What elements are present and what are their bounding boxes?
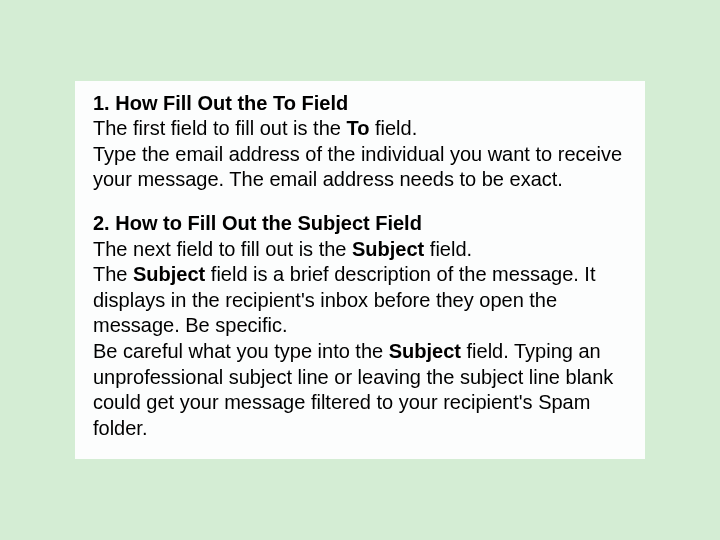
body-text: The first field to fill out is the	[93, 117, 346, 139]
body-text: The next field to fill out is the	[93, 238, 352, 260]
section-1-line-2: Type the email address of the individual…	[93, 142, 627, 193]
body-text: Type the email address of the individual…	[93, 143, 622, 191]
document-card: 1. How Fill Out the To FieldThe first fi…	[75, 81, 645, 460]
body-text: field.	[424, 238, 472, 260]
section-1-heading: 1. How Fill Out the To Field	[93, 91, 627, 117]
section-2-heading: 2. How to Fill Out the Subject Field	[93, 211, 627, 237]
section-2-line-2: The Subject field is a brief description…	[93, 262, 627, 339]
section-2-line-3: Be careful what you type into the Subjec…	[93, 339, 627, 441]
bold-text: Subject	[389, 340, 461, 362]
body-text: Be careful what you type into the	[93, 340, 389, 362]
section-1: 1. How Fill Out the To FieldThe first fi…	[93, 91, 627, 193]
bold-text: Subject	[133, 263, 205, 285]
section-2-line-1: The next field to fill out is the Subjec…	[93, 237, 627, 263]
body-text: field.	[369, 117, 417, 139]
body-text: The	[93, 263, 133, 285]
bold-text: To	[346, 117, 369, 139]
bold-text: Subject	[352, 238, 424, 260]
section-1-line-1: The first field to fill out is the To fi…	[93, 116, 627, 142]
section-2: 2. How to Fill Out the Subject FieldThe …	[93, 211, 627, 441]
